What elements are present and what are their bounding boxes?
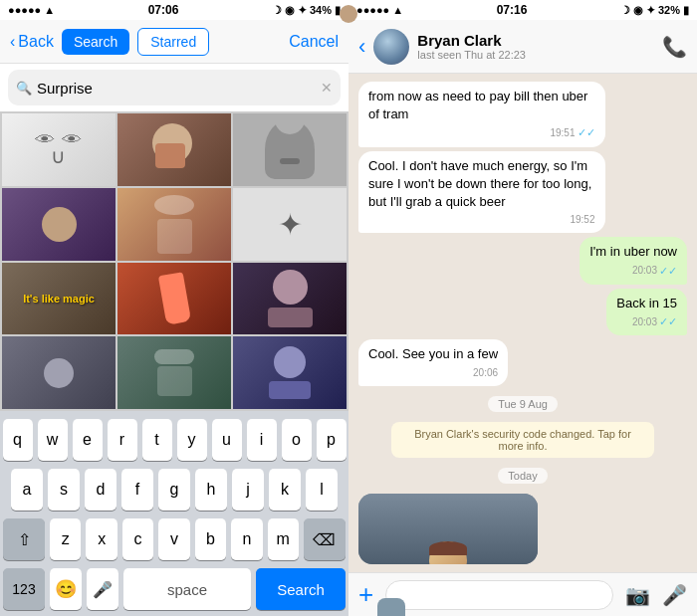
- shift-key[interactable]: ⇧: [3, 518, 45, 560]
- key-p[interactable]: p: [317, 419, 347, 461]
- gif-item-3[interactable]: [2, 188, 116, 261]
- back-button[interactable]: ‹ Back: [10, 33, 54, 51]
- gif-item-5[interactable]: ✦: [233, 188, 347, 261]
- right-panel: ●●●●● ▲ 07:16 ☽ ◉ ✦ 32% ▮ ‹ Bryan Clark …: [348, 0, 697, 616]
- gif-item-4[interactable]: [117, 188, 231, 261]
- gif-content: 👍: [358, 494, 538, 564]
- camera-icon[interactable]: 📷: [625, 583, 650, 607]
- mic-icon[interactable]: 🎤: [662, 583, 687, 607]
- last-seen: last seen Thu at 22:23: [417, 49, 654, 61]
- left-battery-area: ☽ ◉ ✦ 34% ▮: [272, 4, 341, 17]
- gif-item-7[interactable]: [117, 263, 231, 335]
- key-j[interactable]: j: [232, 469, 264, 511]
- key-c[interactable]: c: [122, 518, 153, 560]
- message-1: from now as need to pay bill then uber o…: [358, 82, 605, 147]
- key-w[interactable]: w: [38, 419, 68, 461]
- keyboard-row-3: ⇧ z x c v b n m ⌫: [3, 518, 346, 560]
- tick-icon: ✓✓: [659, 264, 677, 279]
- message-time: 20:03 ✓✓: [589, 264, 677, 279]
- key-l[interactable]: l: [306, 469, 338, 511]
- date-divider-today: Today: [498, 468, 547, 484]
- moon-icon: ☽: [272, 4, 282, 17]
- key-b[interactable]: b: [195, 518, 226, 560]
- wifi-icon: ▲: [44, 4, 55, 16]
- key-z[interactable]: z: [50, 518, 81, 560]
- message-text: Cool. I don't have much energy, so I'm s…: [368, 157, 595, 212]
- tick-icon: ✓✓: [659, 314, 677, 329]
- key-y[interactable]: y: [177, 419, 207, 461]
- right-time: 07:16: [497, 3, 528, 17]
- keyboard-row-1: q w e r t y u i o p: [3, 419, 346, 461]
- right-signal: ●●●●● ▲: [356, 4, 403, 16]
- key-m[interactable]: m: [268, 518, 299, 560]
- right-battery-percent: 32%: [658, 4, 680, 16]
- key-x[interactable]: x: [86, 518, 116, 560]
- key-v[interactable]: v: [158, 518, 189, 560]
- gif-grid: 👁 👁 ∪: [0, 111, 348, 411]
- key-u[interactable]: u: [212, 419, 242, 461]
- gif-item-0[interactable]: 👁 👁 ∪: [2, 113, 116, 186]
- key-s[interactable]: s: [48, 469, 80, 511]
- gif-item-9[interactable]: [2, 336, 116, 409]
- add-attachment-button[interactable]: +: [358, 579, 373, 610]
- left-nav-bar: ‹ Back Search Starred Cancel: [0, 20, 348, 64]
- gif-message: 👍 ↗ GIPHY TNW likes GIFs 07:15 ✓✓: [358, 494, 538, 564]
- location-icon: ◉: [285, 4, 295, 17]
- space-key[interactable]: space: [123, 568, 251, 610]
- gif-search-bar[interactable]: 🔍 Surprise ✕: [8, 70, 341, 105]
- clear-search-icon[interactable]: ✕: [321, 80, 333, 96]
- gif-item-10[interactable]: [117, 336, 231, 409]
- gif-item-1[interactable]: [117, 113, 231, 186]
- message-time: 19:51 ✓✓: [368, 125, 595, 140]
- right-signal-dots-icon: ●●●●●: [356, 4, 389, 16]
- right-location-icon: ◉: [633, 4, 643, 17]
- keyboard: q w e r t y u i o p a s d f g h j k l ⇧ …: [0, 411, 348, 616]
- search-magnifier-icon: 🔍: [16, 81, 32, 96]
- cancel-button[interactable]: Cancel: [289, 33, 339, 51]
- starred-tab-button[interactable]: Starred: [137, 28, 209, 56]
- key-i[interactable]: i: [247, 419, 277, 461]
- key-k[interactable]: k: [269, 469, 301, 511]
- keyboard-search-key[interactable]: Search: [256, 568, 346, 610]
- signal-dots-icon: ●●●●●: [8, 4, 41, 16]
- key-q[interactable]: q: [3, 419, 33, 461]
- emoji-key[interactable]: 😊: [50, 568, 82, 610]
- avatar-image: [373, 29, 409, 65]
- mic-key[interactable]: 🎤: [87, 568, 118, 610]
- numbers-key[interactable]: 123: [3, 568, 45, 610]
- key-f[interactable]: f: [121, 469, 153, 511]
- key-a[interactable]: a: [11, 469, 43, 511]
- date-divider-tue: Tue 9 Aug: [488, 396, 558, 412]
- gif-item-11[interactable]: [233, 336, 347, 409]
- message-3: I'm in uber now 20:03 ✓✓: [580, 237, 687, 285]
- right-moon-icon: ☽: [620, 4, 630, 17]
- key-t[interactable]: t: [142, 419, 172, 461]
- key-n[interactable]: n: [231, 518, 262, 560]
- key-r[interactable]: r: [108, 419, 137, 461]
- key-h[interactable]: h: [195, 469, 227, 511]
- left-signal: ●●●●● ▲: [8, 4, 55, 16]
- left-panel: ●●●●● ▲ 07:06 ☽ ◉ ✦ 34% ▮ ‹ Back Search …: [0, 0, 348, 616]
- gif-item-6[interactable]: It's like magic: [2, 263, 116, 335]
- message-text: I'm in uber now: [589, 243, 677, 261]
- key-d[interactable]: d: [85, 469, 116, 511]
- message-input[interactable]: [385, 580, 613, 610]
- security-notice[interactable]: Bryan Clark's security code changed. Tap…: [391, 422, 654, 458]
- right-wifi-icon: ▲: [392, 4, 403, 16]
- battery-percent: 34%: [310, 4, 332, 16]
- search-tab-button[interactable]: Search: [62, 29, 129, 55]
- key-o[interactable]: o: [282, 419, 312, 461]
- gif-item-8[interactable]: [233, 263, 347, 335]
- delete-key[interactable]: ⌫: [304, 518, 346, 560]
- message-time: 20:06: [368, 366, 498, 380]
- gif-item-2[interactable]: [233, 113, 347, 186]
- key-g[interactable]: g: [158, 469, 190, 511]
- call-icon[interactable]: 📞: [662, 35, 687, 59]
- search-input[interactable]: Surprise: [37, 80, 316, 97]
- left-status-bar: ●●●●● ▲ 07:06 ☽ ◉ ✦ 34% ▮: [0, 0, 348, 20]
- chat-back-icon[interactable]: ‹: [358, 34, 365, 60]
- message-time: 19:52: [368, 213, 595, 227]
- key-e[interactable]: e: [73, 419, 103, 461]
- message-2: Cool. I don't have much energy, so I'm s…: [358, 151, 605, 234]
- right-bluetooth-icon: ✦: [646, 4, 655, 17]
